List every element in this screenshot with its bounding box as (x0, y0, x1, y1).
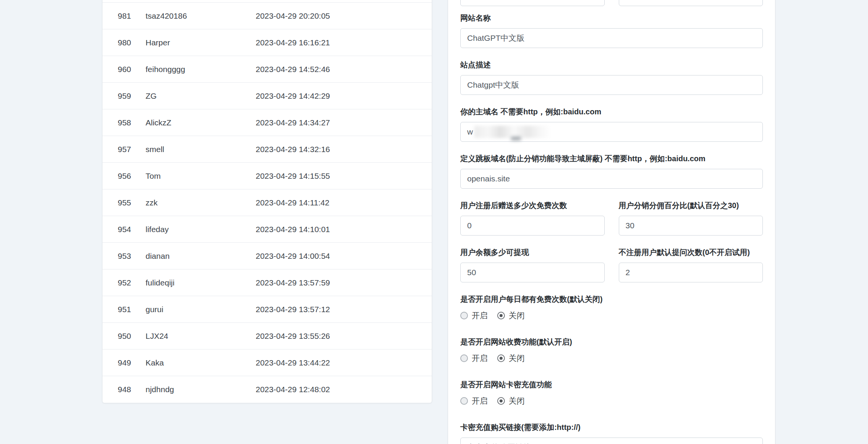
radio-label-off: 关闭 (509, 310, 525, 321)
commission-input[interactable] (619, 216, 763, 236)
table-cell-name: gurui (146, 305, 256, 314)
jump-domain-input[interactable] (460, 169, 763, 189)
site-charge-on-option[interactable]: 开启 (460, 353, 488, 364)
field-site-charge: 是否开启网站收费功能(默认开启) 开启 关闭 (460, 337, 763, 364)
daily-free-label: 是否开启用户每日都有免费次数(默认关闭) (460, 294, 763, 304)
table-cell-id: 948 (118, 385, 146, 394)
table-cell-name: dianan (146, 252, 256, 261)
radio-checked-icon (497, 312, 505, 319)
field-row-free-commission: 用户注册后赠送多少次免费次数 用户分销分佣百分比(默认百分之30) (460, 200, 763, 236)
radio-label-on: 开启 (472, 396, 488, 406)
table-cell-name: lifeday (146, 225, 256, 234)
table-cell-time: 2023-04-29 20:20:05 (256, 11, 432, 21)
table-cell-id: 952 (118, 278, 146, 287)
table-row: 960feihongggg2023-04-29 14:52:46 (102, 56, 432, 83)
table-cell-time: 2023-04-29 16:16:21 (256, 38, 432, 47)
table-row: 950LJX242023-04-29 13:55:26 (102, 323, 432, 349)
site-desc-input[interactable] (460, 75, 763, 95)
card-recharge-on-option[interactable]: 开启 (460, 396, 488, 406)
table-cell-name: Harper (146, 38, 256, 47)
radio-unchecked-icon (460, 354, 468, 362)
daily-free-on-option[interactable]: 开启 (460, 310, 488, 321)
cutoff-input-right[interactable] (619, 0, 763, 6)
field-withdraw-min: 用户余额多少可提现 (460, 247, 605, 282)
field-commission: 用户分销分佣百分比(默认百分之30) (619, 200, 763, 236)
table-cell-time: 2023-04-29 14:32:16 (256, 145, 432, 154)
guest-trial-input[interactable] (619, 263, 763, 282)
site-desc-label: 站点描述 (460, 60, 763, 70)
cutoff-input-left[interactable] (460, 0, 605, 6)
radio-label-on: 开启 (472, 310, 488, 321)
table-cell-id: 949 (118, 358, 146, 367)
withdraw-min-input[interactable] (460, 263, 605, 282)
field-jump-domain: 定义跳板域名(防止分销功能导致主域屏蔽) 不需要http，例如:baidu.co… (460, 154, 763, 189)
field-card-recharge: 是否开启网站卡密充值功能 开启 关闭 (460, 380, 763, 406)
radio-label-off: 关闭 (509, 353, 525, 364)
table-cell-time: 2023-04-29 14:11:42 (256, 198, 432, 207)
settings-form-card: 网站名称 站点描述 你的主域名 不需要http，例如:baidu.com w 定… (448, 0, 775, 444)
table-cell-id: 951 (118, 305, 146, 314)
card-recharge-radios: 开启 关闭 (460, 396, 763, 406)
daily-free-radios: 开启 关闭 (460, 310, 763, 321)
table-row: 958AlickzZ2023-04-29 14:34:27 (102, 109, 432, 136)
card-link-input[interactable] (460, 438, 763, 444)
table-row: 955zzk2023-04-29 14:11:42 (102, 189, 432, 216)
radio-checked-icon (497, 397, 505, 405)
card-recharge-off-option[interactable]: 关闭 (497, 396, 525, 406)
cutoff-input-row (460, 0, 763, 6)
table-cell-time: 2023-04-29 14:34:27 (256, 118, 432, 127)
table-row: 949Kaka2023-04-29 13:44:22 (102, 349, 432, 376)
daily-free-off-option[interactable]: 关闭 (497, 310, 525, 321)
table-cell-id: 980 (118, 38, 146, 47)
radio-unchecked-icon (460, 397, 468, 405)
users-table-body: 981tsaz4201862023-04-29 20:20:05980Harpe… (102, 3, 432, 403)
table-cell-id: 953 (118, 252, 146, 261)
table-row: 956Tom2023-04-29 14:15:55 (102, 163, 432, 189)
table-row: 980Harper2023-04-29 16:16:21 (102, 29, 432, 56)
table-cell-id: 954 (118, 225, 146, 234)
table-cell-time: 2023-04-29 14:42:29 (256, 91, 432, 101)
table-cell-time: 2023-04-29 14:00:54 (256, 252, 432, 261)
register-free-label: 用户注册后赠送多少次免费次数 (460, 200, 605, 210)
page: { "table": { "rows": [ { "id": "981", "u… (0, 0, 868, 444)
main-domain-visible-value: w (467, 127, 473, 136)
radio-label-off: 关闭 (509, 396, 525, 406)
table-row: 959ZG2023-04-29 14:42:29 (102, 83, 432, 109)
table-cell-name: smell (146, 145, 256, 154)
table-cell-id: 981 (118, 11, 146, 21)
table-cell-name: AlickzZ (146, 118, 256, 127)
table-cell-id: 958 (118, 118, 146, 127)
table-cell-time: 2023-04-29 12:48:02 (256, 385, 432, 394)
table-row: 954lifeday2023-04-29 14:10:01 (102, 216, 432, 243)
table-row-partial (102, 0, 432, 3)
withdraw-min-label: 用户余额多少可提现 (460, 247, 605, 257)
table-cell-time: 2023-04-29 14:10:01 (256, 225, 432, 234)
jump-domain-label: 定义跳板域名(防止分销功能导致主域屏蔽) 不需要http，例如:baidu.co… (460, 154, 763, 163)
main-domain-input[interactable]: w (460, 122, 763, 142)
site-charge-radios: 开启 关闭 (460, 353, 763, 364)
users-table-card: 981tsaz4201862023-04-29 20:20:05980Harpe… (102, 0, 432, 403)
site-charge-label: 是否开启网站收费功能(默认开启) (460, 337, 763, 347)
site-charge-off-option[interactable]: 关闭 (497, 353, 525, 364)
table-row: 952fulideqiji2023-04-29 13:57:59 (102, 269, 432, 296)
field-site-desc: 站点描述 (460, 60, 763, 95)
table-cell-time: 2023-04-29 13:57:12 (256, 305, 432, 314)
field-guest-trial: 不注册用户默认提问次数(0不开启试用) (619, 247, 763, 282)
field-site-name: 网站名称 (460, 13, 763, 48)
register-free-input[interactable] (460, 216, 605, 236)
table-row: 951gurui2023-04-29 13:57:12 (102, 296, 432, 323)
site-name-input[interactable] (460, 28, 763, 48)
table-row: 957smell2023-04-29 14:32:16 (102, 136, 432, 163)
table-cell-name: feihongggg (146, 65, 256, 74)
commission-label: 用户分销分佣百分比(默认百分之30) (619, 200, 763, 210)
table-cell-id: 955 (118, 198, 146, 207)
table-cell-time: 2023-04-29 13:44:22 (256, 358, 432, 367)
main-domain-label: 你的主域名 不需要http，例如:baidu.com (460, 107, 763, 117)
card-link-label: 卡密充值购买链接(需要添加:http://) (460, 422, 763, 432)
table-row: 953dianan2023-04-29 14:00:54 (102, 243, 432, 269)
field-card-link: 卡密充值购买链接(需要添加:http://) (460, 422, 763, 444)
table-cell-name: fulideqiji (146, 278, 256, 287)
table-cell-name: LJX24 (146, 332, 256, 341)
field-daily-free: 是否开启用户每日都有免费次数(默认关闭) 开启 关闭 (460, 294, 763, 321)
table-cell-id: 960 (118, 65, 146, 74)
